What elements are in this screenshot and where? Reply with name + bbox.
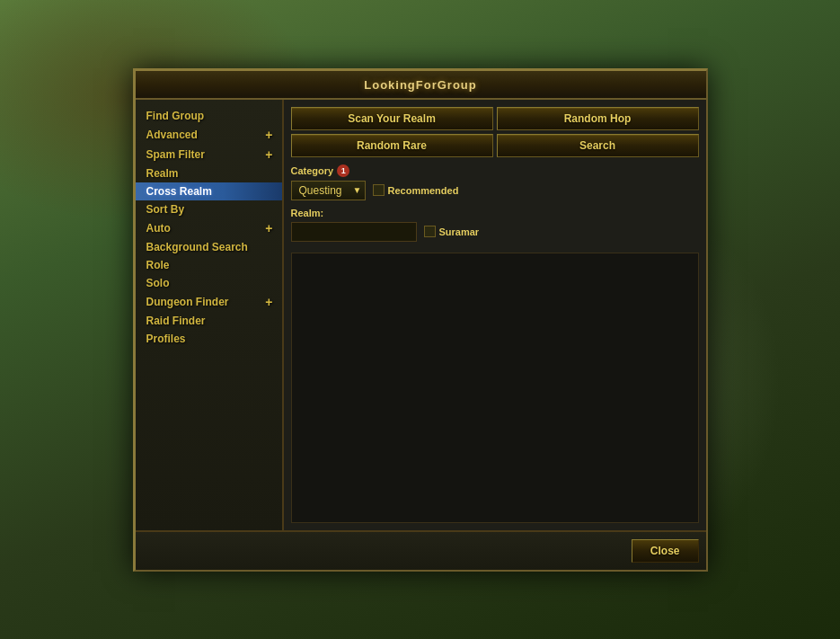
- sidebar-item-label: Sort By: [146, 203, 185, 216]
- sidebar-item-label: Raid Finder: [146, 315, 206, 327]
- looking-for-group-modal: LookingForGroup Find Group Advanced + Sp…: [133, 68, 708, 572]
- plus-icon: +: [265, 221, 272, 235]
- sidebar-item-advanced[interactable]: Advanced +: [136, 125, 282, 145]
- sidebar-item-label: Cross Realm: [146, 185, 212, 198]
- category-select-wrapper: Questing ▼: [291, 181, 366, 200]
- suramar-checkbox-wrapper[interactable]: Suramar: [424, 226, 480, 237]
- modal-overlay: LookingForGroup Find Group Advanced + Sp…: [0, 0, 840, 639]
- modal-title-bar: LookingForGroup: [136, 71, 706, 100]
- random-rare-button[interactable]: Random Rare: [291, 134, 493, 157]
- sidebar-item-spam-filter[interactable]: Spam Filter +: [136, 145, 282, 164]
- random-hop-button[interactable]: Random Hop: [497, 107, 699, 130]
- modal-body: Find Group Advanced + Spam Filter + Real…: [136, 100, 706, 530]
- sidebar-item-dungeon-finder[interactable]: Dungeon Finder +: [136, 292, 282, 312]
- sidebar-item-solo[interactable]: Solo: [136, 274, 282, 292]
- sidebar-item-role[interactable]: Role: [136, 256, 282, 274]
- sidebar-item-background-search[interactable]: Background Search: [136, 238, 282, 256]
- plus-icon: +: [265, 295, 272, 309]
- recommended-label: Recommended: [388, 185, 459, 196]
- category-select[interactable]: Questing: [291, 181, 366, 200]
- suramar-checkbox[interactable]: [424, 226, 436, 237]
- sidebar-item-sort-by[interactable]: Sort By: [136, 200, 282, 218]
- plus-icon: +: [265, 147, 272, 162]
- main-content: Scan Your Realm Random Hop Random Rare S…: [284, 100, 706, 530]
- realm-section: Realm: Suramar: [291, 208, 699, 242]
- sidebar-item-label: Spam Filter: [146, 148, 205, 161]
- category-row: Questing ▼ Recommended: [291, 181, 699, 200]
- category-label: Category 1: [291, 164, 699, 177]
- sidebar-item-profiles[interactable]: Profiles: [136, 330, 282, 348]
- search-button[interactable]: Search: [497, 134, 699, 157]
- close-button[interactable]: Close: [632, 539, 699, 563]
- sidebar-item-label: Realm: [146, 167, 179, 180]
- sidebar-item-label: Auto: [146, 222, 171, 235]
- sidebar-item-auto[interactable]: Auto +: [136, 218, 282, 238]
- sidebar-item-find-group[interactable]: Find Group: [136, 107, 282, 125]
- sidebar-item-cross-realm[interactable]: Cross Realm: [136, 182, 282, 200]
- sidebar-item-label: Advanced: [146, 129, 198, 141]
- sidebar-item-label: Find Group: [146, 110, 205, 122]
- sidebar-item-label: Background Search: [146, 241, 248, 253]
- sidebar-item-label: Profiles: [146, 333, 186, 345]
- sidebar-item-raid-finder[interactable]: Raid Finder: [136, 312, 282, 330]
- button-grid: Scan Your Realm Random Hop Random Rare S…: [291, 107, 699, 157]
- sidebar-item-realm[interactable]: Realm: [136, 164, 282, 182]
- realm-input[interactable]: [291, 222, 417, 242]
- recommended-checkbox-wrapper[interactable]: Recommended: [373, 184, 459, 196]
- category-section: Category 1 Questing ▼ Recommended: [291, 164, 699, 200]
- content-area: [291, 253, 699, 523]
- realm-label: Realm:: [291, 208, 699, 218]
- modal-footer: Close: [136, 530, 706, 570]
- realm-row: Suramar: [291, 222, 699, 242]
- modal-title: LookingForGroup: [364, 78, 476, 92]
- sidebar-item-label: Solo: [146, 277, 170, 289]
- suramar-label: Suramar: [439, 226, 480, 237]
- recommended-checkbox[interactable]: [373, 184, 385, 196]
- scan-realm-button[interactable]: Scan Your Realm: [291, 107, 493, 130]
- category-num-badge: 1: [337, 164, 349, 177]
- plus-icon: +: [265, 128, 272, 142]
- sidebar-item-label: Dungeon Finder: [146, 296, 229, 308]
- sidebar-item-label: Role: [146, 259, 170, 271]
- sidebar: Find Group Advanced + Spam Filter + Real…: [136, 100, 284, 530]
